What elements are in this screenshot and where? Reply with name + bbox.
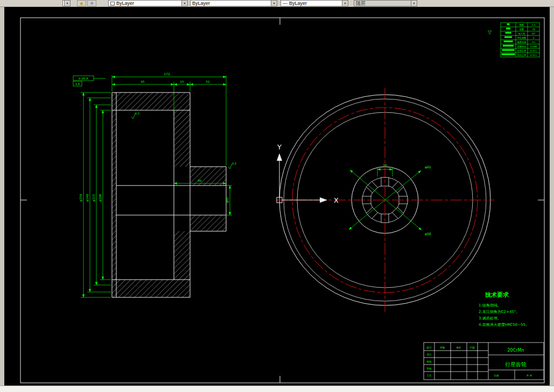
table-cell: 齿圈跳动 xyxy=(517,45,526,48)
table-cell: 7FL xyxy=(531,41,536,44)
roughness-1: 6.3 xyxy=(135,112,139,115)
table-cell: 齿形公差 xyxy=(517,49,527,52)
color-control-combo[interactable]: ByLayer ▼ xyxy=(108,0,188,6)
tech-req-item: 4.齿面淬火硬度HRC50~55。 xyxy=(479,323,529,327)
plotstyle-combo-value: 随层 xyxy=(354,1,411,6)
title-cell: 处数 xyxy=(440,346,446,349)
layers-icon: ❖ xyxy=(90,1,94,6)
drawing-area[interactable]: 172 95 15 52 φ250 φ240 φ215 φ198 80 φ65 … xyxy=(0,0,554,392)
table-cell: 齿数 xyxy=(520,28,524,31)
dim-dia-2: φ240 xyxy=(86,194,89,202)
table-cell: 压力角 xyxy=(518,32,525,35)
object-properties-toolbar: ▼ ◆ ❖ ByLayer ▼ ByLayer ▼ — ByLayer ▼ 随层… xyxy=(0,0,554,7)
dropdown-arrow-icon[interactable]: ▼ xyxy=(181,1,187,6)
dropdown-arrow-icon[interactable]: ▼ xyxy=(271,1,277,6)
dim-bore-dia: φ65 xyxy=(226,197,229,203)
dim-dia-4: φ198 xyxy=(99,194,102,202)
title-cell: 共 张 xyxy=(527,374,532,377)
ucs-x-label: X xyxy=(334,196,339,204)
title-cell: 日期 xyxy=(470,346,475,349)
lineweight-preview-icon: — xyxy=(281,1,287,6)
dim-spline-dia-1: φ65 xyxy=(425,165,431,169)
roughness-2: 3.2 xyxy=(232,162,236,165)
dim-overall-width: 172 xyxy=(164,72,170,76)
table-cell: 0 xyxy=(533,37,535,39)
layer-previous-button[interactable]: ❖ xyxy=(87,0,96,6)
linetype-combo-value: ByLayer xyxy=(191,1,271,6)
dropdown-arrow-icon[interactable]: ▼ xyxy=(64,1,70,6)
color-combo-value: ByLayer xyxy=(115,1,181,6)
table-cell: 0.011 xyxy=(530,54,537,56)
title-cell: 审核 xyxy=(427,367,432,370)
dim-keyway-width: 16 xyxy=(383,163,387,167)
dim-c: 52 xyxy=(206,80,210,83)
table-cell: 0.036 xyxy=(530,45,537,48)
dim-b: 15 xyxy=(180,80,184,83)
surface-finish-icon: ▽ xyxy=(488,30,492,35)
material-spec: 20CrMn xyxy=(507,348,524,353)
linetype-control-combo[interactable]: ByLayer ▼ xyxy=(190,0,277,6)
title-cell: 校核 xyxy=(427,360,432,363)
dropdown-arrow-icon: ▼ xyxy=(411,1,417,6)
table-cell: 模数 xyxy=(519,24,524,26)
table-cell: 78 xyxy=(532,28,535,31)
dim-dia-3: φ215 xyxy=(92,194,96,202)
title-cell: 设计 xyxy=(427,353,432,356)
ucs-y-label: Y xyxy=(277,143,282,151)
lineweight-combo-value: ByLayer xyxy=(287,1,342,6)
dim-a: 95 xyxy=(141,80,145,83)
datum-frame-value: 1.6 xyxy=(75,82,80,85)
make-object-layer-current-button[interactable]: ◆ xyxy=(77,0,86,6)
dim-spline-dia-2: φ58 xyxy=(425,232,431,236)
lineweight-control-combo[interactable]: — ByLayer ▼ xyxy=(280,0,348,6)
dim-hub-length: 80 xyxy=(198,179,202,182)
table-cell: 20° xyxy=(531,32,536,35)
title-cell: 标记 xyxy=(426,346,432,350)
table-cell: 0.011 xyxy=(530,49,537,52)
color-swatch-icon xyxy=(110,2,115,5)
tech-req-item: 2.未注倒角为C2×45°。 xyxy=(479,309,520,314)
tech-req-item: 3.调质处理。 xyxy=(479,316,501,320)
dropdown-arrow-icon[interactable]: ▼ xyxy=(342,1,348,6)
layer-diamond-icon: ◆ xyxy=(80,1,83,6)
layer-combo-partial[interactable]: ▼ xyxy=(62,0,71,6)
table-cell: 2.5 xyxy=(532,24,536,26)
part-name: 行星齿轮 xyxy=(505,361,527,367)
tolerance-frame-value: 0.05 A xyxy=(79,77,88,80)
status-bar xyxy=(0,386,554,392)
table-cell: 齿向公差 xyxy=(517,54,527,56)
title-cell: 工艺 xyxy=(427,374,432,377)
tech-req-item: 1.锐角倒钝。 xyxy=(479,303,501,308)
tech-req-title: 技术要求 xyxy=(485,291,509,298)
plotstyle-control-combo: 随层 ▼ xyxy=(354,0,417,6)
title-cell: 签名 xyxy=(457,346,461,349)
table-cell: 变位系数 xyxy=(517,37,527,39)
dim-dia-1: φ250 xyxy=(79,194,83,202)
